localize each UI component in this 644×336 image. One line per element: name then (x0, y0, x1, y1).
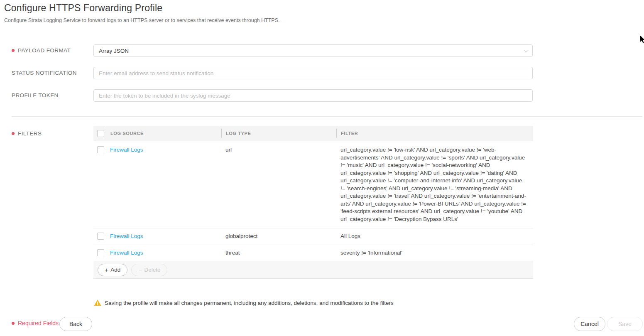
column-header-log-source: LOG SOURCE (106, 129, 221, 138)
section-divider (12, 116, 642, 117)
page-header: Configure HTTPS Forwarding Profile Confi… (4, 2, 280, 23)
save-button[interactable]: Save (607, 317, 643, 331)
status-notification-row: STATUS NOTIFICATION (0, 67, 644, 79)
mouse-cursor-icon (640, 35, 644, 46)
required-fields-label: Required Fields (18, 320, 59, 326)
status-notification-input[interactable] (94, 67, 532, 79)
select-all-checkbox[interactable] (97, 130, 104, 137)
required-dot-icon (12, 322, 15, 325)
column-header-log-type: LOG TYPE (221, 129, 336, 138)
configure-https-forwarding-page: { "page": { "title": "Configure HTTPS Fo… (0, 0, 644, 336)
minus-icon: − (138, 267, 142, 273)
warning-text: Saving the profile will make all changes… (105, 300, 394, 306)
chevron-down-icon (524, 48, 529, 52)
log-source-link[interactable]: Firewall Logs (110, 250, 143, 256)
filters-table-header: LOG SOURCE LOG TYPE FILTER (93, 126, 533, 141)
filters-table: LOG SOURCE LOG TYPE FILTER Firewall Logs… (93, 126, 533, 279)
row-checkbox-cell (93, 141, 106, 228)
payload-format-label: PAYLOAD FORMAT (12, 44, 71, 57)
row-checkbox[interactable] (97, 249, 104, 256)
filter-cell: All Logs (336, 228, 533, 245)
required-dot-icon (12, 49, 15, 52)
payload-format-row: PAYLOAD FORMAT Array JSON (0, 44, 644, 57)
log-type-cell: threat (221, 245, 336, 261)
payload-format-label-text: PAYLOAD FORMAT (18, 47, 71, 54)
delete-button[interactable]: − Delete (131, 264, 167, 276)
page-subtitle: Configure Strata Logging Service to forw… (4, 17, 280, 23)
back-button[interactable]: Back (59, 317, 92, 331)
row-checkbox-cell (93, 245, 106, 261)
add-button-label: Add (110, 267, 120, 273)
add-button[interactable]: + Add (98, 264, 127, 276)
warning-message: Saving the profile will make all changes… (94, 299, 394, 306)
profile-token-row: PROFILE TOKEN (0, 89, 644, 102)
required-fields-legend: Required Fields (12, 320, 59, 326)
payload-format-value: Array JSON (99, 48, 524, 54)
table-footer: + Add − Delete (93, 261, 533, 279)
filter-cell: url_category.value != 'low-risk' AND url… (336, 141, 533, 228)
table-row: Firewall Logs globalprotect All Logs (93, 228, 533, 245)
header-checkbox-cell (93, 130, 106, 137)
delete-button-label: Delete (144, 267, 160, 273)
profile-token-label: PROFILE TOKEN (12, 89, 59, 102)
required-dot-icon (12, 132, 15, 135)
status-notification-label: STATUS NOTIFICATION (12, 67, 77, 79)
log-source-link[interactable]: Firewall Logs (110, 233, 143, 239)
log-type-cell: globalprotect (221, 228, 336, 245)
profile-token-input[interactable] (94, 90, 532, 101)
profile-token-field-box (93, 89, 533, 102)
row-checkbox[interactable] (97, 233, 104, 240)
cancel-button[interactable]: Cancel (574, 317, 605, 331)
page-title: Configure HTTPS Forwarding Profile (4, 2, 280, 14)
table-row: Firewall Logs url url_category.value != … (93, 141, 533, 228)
plus-icon: + (105, 267, 108, 273)
payload-format-select[interactable]: Array JSON (93, 44, 533, 57)
warning-triangle-icon (94, 299, 101, 306)
log-type-cell: url (221, 141, 336, 228)
filter-cell: severity != 'Informational' (336, 245, 533, 261)
log-source-link[interactable]: Firewall Logs (110, 147, 143, 153)
column-header-filter: FILTER (336, 129, 533, 138)
row-checkbox[interactable] (97, 146, 104, 153)
filters-label: FILTERS (12, 130, 42, 137)
row-checkbox-cell (93, 228, 106, 245)
table-row: Firewall Logs threat severity != 'Inform… (93, 245, 533, 262)
filters-label-text: FILTERS (18, 130, 42, 137)
status-notification-field-box (93, 67, 533, 79)
